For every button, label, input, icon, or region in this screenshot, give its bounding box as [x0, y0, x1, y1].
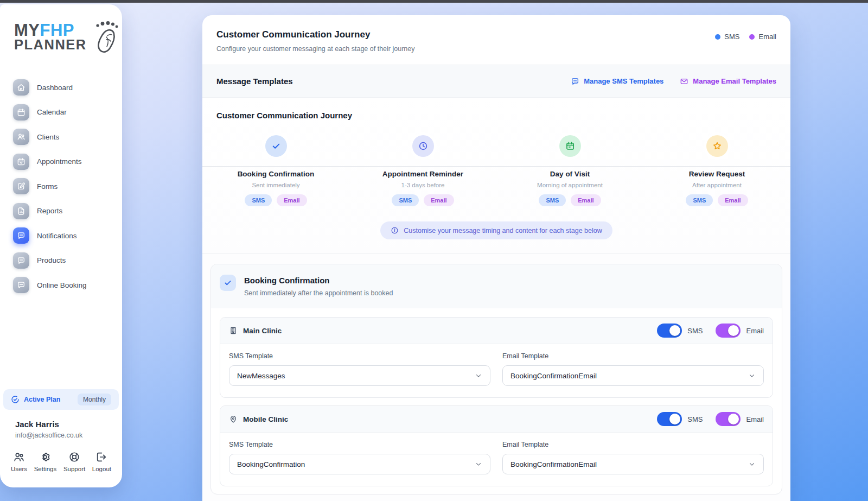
email-toggle[interactable] — [716, 412, 741, 426]
window-top-edge — [0, 0, 868, 3]
sidebar-item-label: Products — [37, 256, 66, 264]
circle-check-icon — [11, 395, 20, 404]
email-template-value: BookingConfirmationEmail — [510, 372, 597, 380]
map-pin-icon — [229, 415, 238, 423]
chevron-down-icon — [475, 460, 482, 468]
journey-section: Customer Communication Journey Booking C… — [202, 98, 790, 254]
building-icon — [229, 326, 238, 335]
email-template-value: BookingConfirmationEmail — [510, 460, 597, 468]
card-subtitle: Sent immediately after the appointment i… — [244, 289, 393, 297]
clock-icon — [412, 135, 434, 157]
channel-legend: SMS Email — [715, 33, 776, 41]
action-label: Settings — [34, 466, 57, 472]
check-icon — [220, 275, 236, 291]
toggle-knob — [669, 414, 680, 424]
stage-timing: 1-3 days before — [349, 182, 496, 188]
email-template-select[interactable]: BookingConfirmationEmail — [502, 365, 764, 386]
stage-title: Day of Visit — [496, 170, 643, 178]
brand-logo: MYFHP PLANNER — [0, 4, 122, 59]
stage-review-request[interactable]: Review Request After appointment SMS Ema… — [643, 135, 790, 206]
home-icon — [13, 79, 29, 96]
chat-icon — [13, 277, 29, 293]
stage-timing: After appointment — [643, 182, 790, 188]
email-template-label: Email Template — [502, 352, 764, 360]
action-label: Users — [11, 466, 27, 472]
calendar-icon — [559, 135, 581, 157]
journey-note-text: Customise your message timing and conten… — [404, 227, 602, 234]
sms-template-label: SMS Template — [229, 352, 490, 360]
sms-toggle-label: SMS — [687, 327, 703, 335]
card-title: Booking Confirmation — [244, 276, 393, 285]
manage-email-templates-link[interactable]: Manage Email Templates — [680, 77, 776, 86]
sidebar-item-dashboard[interactable]: Dashboard — [0, 79, 122, 96]
email-template-label: Email Template — [502, 441, 764, 448]
sidebar-item-label: Calendar — [37, 108, 67, 116]
sidebar-item-notifications[interactable]: Notifications — [0, 227, 122, 244]
users-button[interactable]: Users — [11, 451, 27, 472]
info-icon — [391, 226, 399, 234]
stage-day-of-visit[interactable]: Day of Visit Morning of appointment SMS … — [496, 135, 643, 206]
sidebar-item-clients[interactable]: Clients — [0, 129, 122, 145]
email-template-select[interactable]: BookingConfirmationEmail — [502, 454, 764, 474]
logout-icon — [95, 451, 107, 463]
calendar-check-icon — [13, 154, 29, 170]
sms-toggle-label: SMS — [687, 415, 703, 423]
brand-wordmark: MYFHP PLANNER — [14, 23, 87, 51]
user-info: Jack Harris info@jacksoffice.co.uk — [0, 410, 122, 439]
envelope-icon — [680, 77, 688, 86]
stage-booking-confirmation[interactable]: Booking Confirmation Sent immediately SM… — [202, 135, 349, 206]
sidebar-item-online-booking[interactable]: Online Booking — [0, 277, 122, 293]
stage-appointment-reminder[interactable]: Appointment Reminder 1-3 days before SMS… — [349, 135, 496, 206]
settings-button[interactable]: Settings — [34, 451, 57, 472]
sms-template-select[interactable]: NewMessages — [229, 365, 490, 386]
sms-pill: SMS — [539, 194, 566, 206]
email-toggle-label: Email — [746, 327, 764, 335]
email-pill: Email — [277, 194, 307, 206]
sidebar-nav: Dashboard Calendar Clients Appointments … — [0, 79, 122, 302]
sidebar: MYFHP PLANNER Dashboard Calendar — [0, 4, 122, 487]
chevron-down-icon — [748, 372, 756, 379]
report-icon — [13, 203, 29, 219]
sms-pill: SMS — [245, 194, 272, 206]
toggle-knob — [669, 325, 680, 336]
active-plan-banner[interactable]: Active Plan Monthly — [3, 389, 119, 410]
manage-sms-templates-label: Manage SMS Templates — [584, 77, 663, 85]
support-button[interactable]: Support — [63, 451, 85, 472]
stage-title: Review Request — [643, 170, 790, 178]
edit-icon — [13, 178, 29, 194]
sidebar-spacer — [0, 302, 122, 390]
lifebuoy-icon — [68, 451, 80, 463]
footprint-icon — [86, 20, 119, 59]
sidebar-item-appointments[interactable]: Appointments — [0, 154, 122, 170]
stage-title: Booking Confirmation — [202, 170, 349, 178]
user-email: info@jacksoffice.co.uk — [15, 432, 107, 439]
sms-template-value: NewMessages — [237, 372, 285, 380]
sms-pill: SMS — [392, 194, 419, 206]
sms-toggle[interactable] — [657, 324, 682, 338]
manage-sms-templates-link[interactable]: Manage SMS Templates — [571, 77, 663, 86]
sidebar-item-products[interactable]: Products — [0, 252, 122, 269]
brand-word-planner: PLANNER — [14, 39, 87, 51]
email-pill: Email — [718, 194, 748, 206]
clinic-name: Mobile Clinic — [243, 415, 288, 423]
logout-button[interactable]: Logout — [92, 451, 111, 472]
email-toggle[interactable] — [716, 324, 741, 338]
sms-pill: SMS — [686, 194, 713, 206]
sidebar-item-calendar[interactable]: Calendar — [0, 104, 122, 121]
booking-confirmation-card-header: Booking Confirmation Sent immediately af… — [211, 264, 782, 308]
sms-toggle[interactable] — [657, 412, 682, 426]
chevron-down-icon — [475, 372, 482, 379]
journey-note: Customise your message timing and conten… — [380, 221, 612, 239]
stage-timing: Sent immediately — [202, 182, 349, 188]
journey-stages: Booking Confirmation Sent immediately SM… — [202, 135, 790, 206]
chat-icon — [13, 252, 29, 269]
sidebar-item-label: Appointments — [37, 157, 82, 166]
stage-title: Appointment Reminder — [349, 170, 496, 178]
sidebar-item-reports[interactable]: Reports — [0, 203, 122, 219]
sidebar-item-forms[interactable]: Forms — [0, 178, 122, 194]
sms-template-label: SMS Template — [229, 441, 490, 448]
toggle-knob — [728, 414, 739, 424]
mobile-clinic-panel: Mobile Clinic SMS Email — [220, 405, 773, 486]
sms-template-select[interactable]: BookingConfirmation — [229, 454, 490, 474]
booking-confirmation-card: Booking Confirmation Sent immediately af… — [210, 264, 782, 494]
